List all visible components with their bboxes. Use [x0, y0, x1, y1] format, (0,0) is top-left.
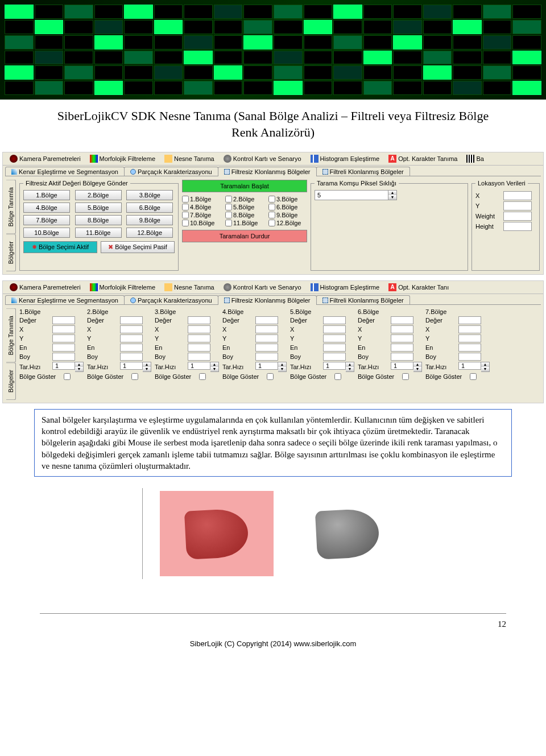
spin-up-icon[interactable]: ▲ — [143, 362, 151, 367]
durdur-button[interactable]: Taramaları Durdur — [182, 230, 307, 242]
chk-bolge-1[interactable]: 1.Bölge — [182, 196, 221, 203]
tarhizi-spinner[interactable]: ▲▼ — [120, 362, 151, 372]
goster-checkbox[interactable] — [131, 373, 138, 380]
x-input[interactable] — [52, 325, 75, 333]
tab-filtreli[interactable]: Filtreli Klonlanmış Bölgeler — [316, 167, 410, 176]
secim-aktif-button[interactable]: ✸Bölge Seçimi Aktif — [23, 241, 97, 253]
tarhizi-input[interactable] — [120, 362, 143, 370]
bolge-btn-1[interactable]: 1.Bölge — [23, 190, 70, 200]
vtab-bolge-tanimla-2[interactable]: Bölge Tanımla — [6, 308, 16, 363]
chk-bolge-9[interactable]: 9.Bölge — [268, 212, 307, 218]
vtab-bolgeler-2[interactable]: Bölgeler — [6, 362, 16, 400]
chk-bolge-3[interactable]: 3.Bölge — [268, 196, 307, 203]
chk-bolge-2-input[interactable] — [225, 196, 232, 203]
chk-bolge-5-input[interactable] — [225, 204, 232, 210]
tab-kenar[interactable]: Kenar Eşleştirme ve Segmentasyon — [5, 167, 125, 176]
boy-input[interactable] — [391, 353, 413, 361]
chk-bolge-11[interactable]: 11.Bölge — [225, 220, 264, 226]
deger-input[interactable] — [120, 316, 143, 324]
chk-bolge-5[interactable]: 5.Bölge — [225, 204, 264, 210]
en-input[interactable] — [458, 344, 481, 352]
goster-checkbox[interactable] — [334, 373, 341, 380]
spin-down-icon[interactable]: ▼ — [75, 367, 83, 371]
boy-input[interactable] — [458, 353, 481, 361]
x-input[interactable] — [255, 325, 278, 333]
tarhizi-spinner[interactable]: ▲▼ — [391, 362, 422, 372]
tarhizi-input[interactable] — [458, 362, 481, 370]
tool-kontrol[interactable]: Kontrol Kartı ve Senaryo — [219, 154, 306, 164]
spin-up-icon[interactable]: ▲ — [388, 191, 396, 195]
chk-bolge-4[interactable]: 4.Bölge — [182, 204, 221, 210]
en-input[interactable] — [188, 344, 210, 352]
y-input[interactable] — [255, 334, 278, 342]
tarhizi-input[interactable] — [255, 362, 278, 370]
chk-bolge-7[interactable]: 7.Bölge — [182, 212, 221, 218]
chk-bolge-12-input[interactable] — [268, 220, 275, 226]
vtab-bolgeler[interactable]: Bölgeler — [6, 234, 16, 271]
piksel-input[interactable] — [315, 190, 388, 200]
spin-up-icon[interactable]: ▲ — [346, 362, 354, 367]
tool-opt[interactable]: AOpt. Karakter Tanıma — [384, 154, 462, 164]
lok-y-input[interactable] — [503, 201, 532, 210]
deger-input[interactable] — [52, 316, 75, 324]
tool-nesne[interactable]: Nesne Tanıma — [160, 154, 219, 164]
tarhizi-spinner[interactable]: ▲▼ — [188, 362, 219, 372]
lok-x-input[interactable] — [503, 191, 532, 200]
bolge-btn-7[interactable]: 7.Bölge — [23, 215, 70, 225]
goster-checkbox[interactable] — [402, 373, 409, 380]
tool-morfolojik-2[interactable]: Morfolojik Filtreleme — [85, 282, 160, 292]
tarhizi-spinner[interactable]: ▲▼ — [255, 362, 287, 372]
tarhizi-input[interactable] — [52, 362, 75, 370]
chk-bolge-8[interactable]: 8.Bölge — [225, 212, 264, 218]
bolge-btn-11[interactable]: 11.Bölge — [75, 228, 122, 238]
baslat-button[interactable]: Taramaları Başlat — [182, 180, 307, 192]
boy-input[interactable] — [120, 353, 143, 361]
tab-kenar-2[interactable]: Kenar Eşleştirme ve Segmentasyon — [5, 295, 125, 305]
x-input[interactable] — [458, 325, 481, 333]
tarhizi-input[interactable] — [391, 362, 413, 370]
tab-parcacik[interactable]: Parçaçık Karakterizasyonu — [124, 167, 218, 176]
secim-pasif-button[interactable]: ✖Bölge Seçimi Pasif — [101, 241, 175, 253]
spin-down-icon[interactable]: ▼ — [143, 367, 151, 371]
y-input[interactable] — [391, 334, 413, 342]
tool-kamera[interactable]: Kamera Paremetreleri — [5, 154, 85, 164]
chk-bolge-8-input[interactable] — [225, 212, 232, 218]
tool-histogram-2[interactable]: Histogram Eşleştirme — [306, 282, 384, 292]
tarhizi-spinner[interactable]: ▲▼ — [458, 362, 490, 372]
tool-histogram[interactable]: Histogram Eşleştirme — [306, 154, 384, 164]
spin-down-icon[interactable]: ▼ — [413, 367, 421, 371]
tool-kontrol-2[interactable]: Kontrol Kartı ve Senaryo — [219, 282, 306, 292]
goster-checkbox[interactable] — [64, 373, 71, 380]
chk-bolge-10-input[interactable] — [182, 220, 189, 226]
chk-bolge-4-input[interactable] — [182, 204, 189, 210]
spin-up-icon[interactable]: ▲ — [481, 362, 489, 367]
spin-up-icon[interactable]: ▲ — [210, 362, 218, 367]
chk-bolge-12[interactable]: 12.Bölge — [268, 220, 307, 226]
boy-input[interactable] — [255, 353, 278, 361]
chk-bolge-9-input[interactable] — [268, 212, 275, 218]
y-input[interactable] — [52, 334, 75, 342]
tab-filtresiz-2[interactable]: Filtresiz Klonlanmış Bölgeler — [218, 295, 317, 305]
deger-input[interactable] — [458, 316, 481, 324]
spin-down-icon[interactable]: ▼ — [210, 367, 218, 371]
chk-bolge-7-input[interactable] — [182, 212, 189, 218]
chk-bolge-1-input[interactable] — [182, 196, 189, 203]
x-input[interactable] — [188, 325, 210, 333]
en-input[interactable] — [323, 344, 346, 352]
bolge-btn-12[interactable]: 12.Bölge — [126, 228, 173, 238]
goster-checkbox[interactable] — [267, 373, 274, 380]
x-input[interactable] — [323, 325, 346, 333]
x-input[interactable] — [391, 325, 413, 333]
tool-nesne-2[interactable]: Nesne Tanıma — [160, 282, 219, 292]
chk-bolge-6-input[interactable] — [268, 204, 275, 210]
y-input[interactable] — [323, 334, 346, 342]
y-input[interactable] — [458, 334, 481, 342]
spin-down-icon[interactable]: ▼ — [388, 195, 396, 200]
boy-input[interactable] — [323, 353, 346, 361]
boy-input[interactable] — [188, 353, 210, 361]
tarhizi-input[interactable] — [323, 362, 346, 370]
tab-filtresiz[interactable]: Filtresiz Klonlanmış Bölgeler — [218, 167, 317, 176]
spin-up-icon[interactable]: ▲ — [75, 362, 83, 367]
y-input[interactable] — [120, 334, 143, 342]
tarhizi-spinner[interactable]: ▲▼ — [323, 362, 354, 372]
